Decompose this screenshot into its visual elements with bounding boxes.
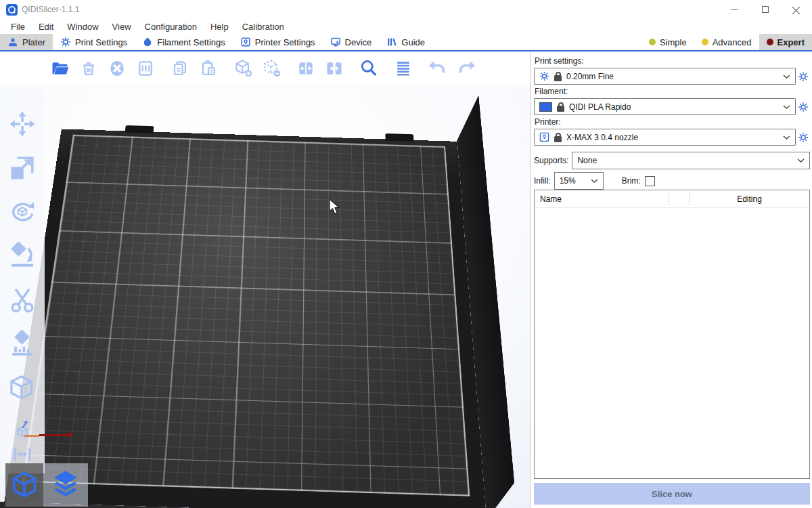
arrange-button[interactable] (134, 57, 157, 80)
printer-combo[interactable]: X-MAX 3 0.4 nozzle (534, 129, 796, 146)
add-instance-button[interactable] (231, 57, 254, 80)
variable-layer-height-icon (393, 58, 413, 79)
variable-layer-height-button[interactable] (392, 57, 415, 80)
chevron-down-icon (797, 158, 805, 163)
title-bar: QIDISlicer-1.1.1 (0, 0, 812, 19)
printer-label: Printer: (535, 117, 810, 127)
delete-icon (78, 58, 99, 79)
place-on-face-tool[interactable] (7, 240, 38, 272)
object-list[interactable]: Name Editing (534, 190, 810, 479)
menu-calibration[interactable]: Calibration (235, 22, 291, 32)
x-axis-arrow (39, 434, 69, 436)
tab-print-settings-label: Print Settings (75, 37, 127, 47)
brim-checkbox[interactable] (645, 176, 655, 186)
maximize-icon (762, 6, 769, 13)
remove-instance-button[interactable] (260, 57, 283, 80)
copy-button[interactable] (168, 57, 191, 80)
supports-label: Supports: (534, 156, 568, 165)
filament-icon (142, 37, 153, 47)
menu-file[interactable]: File (4, 22, 32, 32)
print-settings-combo[interactable]: 0.20mm Fine (534, 68, 796, 85)
gear-icon (60, 37, 71, 47)
paste-button[interactable] (197, 57, 220, 80)
plater-toolbar (0, 51, 530, 85)
menu-edit[interactable]: Edit (32, 22, 60, 32)
gear-icon (798, 132, 809, 143)
tab-filament-settings-label: Filament Settings (157, 37, 225, 47)
mode-advanced[interactable]: Advanced (694, 34, 759, 50)
mode-expert-label: Expert (777, 37, 805, 47)
printer-value: X-MAX 3 0.4 nozzle (566, 133, 638, 142)
scale-tool[interactable] (7, 152, 38, 184)
tab-filament-settings[interactable]: Filament Settings (135, 34, 232, 50)
tab-printer-settings[interactable]: Printer Settings (233, 34, 323, 50)
mode-expert[interactable]: Expert (759, 34, 812, 50)
maximize-button[interactable] (750, 0, 781, 19)
mode-simple[interactable]: Simple (641, 34, 694, 50)
measure-tool[interactable] (12, 444, 33, 464)
search-button[interactable] (357, 57, 380, 80)
split-objects-icon (296, 58, 316, 79)
infill-combo[interactable]: 15% (554, 172, 604, 190)
filament-edit-button[interactable] (796, 102, 810, 112)
split-objects-button[interactable] (294, 57, 317, 80)
undo-button[interactable] (426, 57, 449, 80)
close-icon (792, 5, 800, 14)
cut-tool[interactable] (7, 284, 38, 316)
cut-icon (8, 286, 37, 314)
rotate-tool[interactable] (7, 196, 38, 228)
split-parts-button[interactable] (323, 57, 346, 80)
split-parts-icon (324, 58, 344, 79)
add-instance-icon (233, 58, 253, 79)
tab-print-settings[interactable]: Print Settings (53, 34, 135, 50)
filament-combo[interactable]: QIDI PLA Rapido (534, 98, 796, 115)
tab-plater[interactable]: Plater (0, 34, 53, 50)
printer-icon (240, 37, 251, 47)
gizmo-toolbar (0, 89, 45, 473)
slice-now-button[interactable]: Slice now (534, 483, 810, 505)
redo-icon (456, 58, 476, 79)
editor-3d-view-button[interactable] (5, 463, 43, 507)
lock-icon (554, 136, 562, 142)
paste-icon (198, 58, 219, 79)
delete-all-icon (107, 58, 127, 79)
copy-icon (170, 58, 190, 79)
viewport-3d[interactable] (0, 51, 530, 508)
filament-color-swatch (539, 102, 552, 112)
column-name: Name (535, 194, 669, 204)
print-settings-value: 0.20mm Fine (566, 72, 614, 81)
bed-grid-surface (22, 135, 470, 496)
preview-view-button[interactable] (43, 463, 88, 507)
printer-edit-button[interactable] (796, 132, 810, 143)
seam-painting-tool[interactable] (7, 373, 38, 404)
measure-icon (13, 445, 32, 463)
bed-clip (385, 133, 413, 142)
menu-configuration[interactable]: Configuration (138, 22, 204, 32)
delete-button[interactable] (77, 57, 100, 80)
column-separator (669, 193, 669, 205)
redo-button[interactable] (455, 57, 478, 80)
filament-label: Filament: (535, 87, 810, 96)
menu-view[interactable]: View (106, 22, 138, 32)
tab-device[interactable]: Device (323, 34, 380, 50)
support-painting-tool[interactable] (7, 329, 38, 360)
delete-all-button[interactable] (106, 57, 129, 80)
mode-advanced-label: Advanced (713, 37, 752, 47)
qidi-logo-icon (6, 4, 18, 16)
print-settings-edit-button[interactable] (796, 71, 810, 82)
cube-3d-view-icon (9, 470, 39, 500)
printer-icon (539, 132, 549, 142)
menu-help[interactable]: Help (204, 22, 235, 32)
chevron-down-icon (783, 105, 790, 109)
tab-plater-label: Plater (22, 37, 45, 47)
tab-guide[interactable]: Guide (379, 34, 432, 50)
guide-icon (386, 37, 397, 47)
close-button[interactable] (781, 0, 812, 19)
supports-combo[interactable]: None (572, 152, 810, 169)
minimize-button[interactable] (719, 0, 750, 19)
open-button[interactable] (49, 57, 72, 80)
object-list-header: Name Editing (535, 190, 809, 208)
menu-window[interactable]: Window (60, 22, 105, 32)
move-tool[interactable] (7, 108, 38, 140)
bed-clip (125, 125, 154, 133)
